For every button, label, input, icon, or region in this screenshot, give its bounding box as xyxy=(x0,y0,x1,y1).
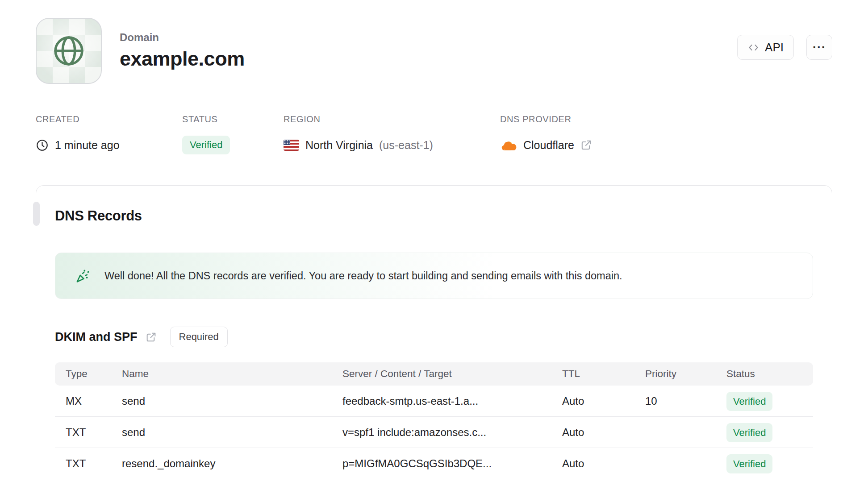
api-button-label: API xyxy=(765,41,784,54)
record-status-badge: Verified xyxy=(726,423,772,442)
success-banner: Well done! All the DNS records are verif… xyxy=(55,253,813,299)
cell-content: feedback-smtp.us-east-1.a... xyxy=(342,395,562,407)
dns-records-card: DNS Records Well done! All the DNS recor… xyxy=(36,185,832,498)
cell-type: TXT xyxy=(66,426,122,439)
region-label: REGION xyxy=(284,114,500,124)
cell-priority: 10 xyxy=(645,395,726,407)
external-link-icon[interactable] xyxy=(580,139,592,151)
clock-icon xyxy=(36,139,49,152)
cell-ttl: Auto xyxy=(562,426,645,439)
cell-name: resend._domainkey xyxy=(122,457,342,470)
cell-type: MX xyxy=(66,395,122,407)
dns-provider-value: Cloudflare xyxy=(523,139,574,152)
domain-header: Domain example.com API ··· xyxy=(0,0,868,84)
cell-status: Verified xyxy=(726,395,813,407)
region-code: (us-east-1) xyxy=(379,139,433,152)
dns-records-table: Type Name Server / Content / Target TTL … xyxy=(55,362,813,479)
created-value: 1 minute ago xyxy=(55,139,120,152)
col-header-ttl: TTL xyxy=(562,368,645,380)
table-row[interactable]: TXT send v=spf1 include:amazonses.c... A… xyxy=(55,417,813,448)
table-row[interactable]: TXT resend._domainkey p=MIGfMA0GCSqGSIb3… xyxy=(55,448,813,479)
cloudflare-icon xyxy=(500,139,517,151)
col-header-priority: Priority xyxy=(645,368,726,380)
record-status-badge: Verified xyxy=(726,454,772,473)
party-popper-icon xyxy=(75,268,91,284)
section-indicator xyxy=(33,202,40,226)
table-body: MX send feedback-smtp.us-east-1.a... Aut… xyxy=(55,386,813,479)
required-badge: Required xyxy=(170,327,228,347)
cell-ttl: Auto xyxy=(562,457,645,470)
more-options-button[interactable]: ··· xyxy=(806,35,832,60)
cell-name: send xyxy=(122,395,342,407)
domain-meta: CREATED 1 minute ago STATUS Verified REG… xyxy=(0,114,868,156)
record-status-badge: Verified xyxy=(726,392,772,411)
dns-provider-label: DNS PROVIDER xyxy=(500,114,832,124)
col-header-content: Server / Content / Target xyxy=(342,368,562,380)
col-header-status: Status xyxy=(726,368,813,380)
domain-avatar xyxy=(36,18,102,84)
globe-icon xyxy=(51,33,86,68)
ellipsis-icon: ··· xyxy=(813,41,826,54)
cell-name: send xyxy=(122,426,342,439)
us-flag-icon xyxy=(284,140,299,151)
col-header-type: Type xyxy=(66,368,122,380)
status-badge: Verified xyxy=(182,136,230,154)
region-name: North Virginia xyxy=(305,139,373,152)
table-row[interactable]: MX send feedback-smtp.us-east-1.a... Aut… xyxy=(55,386,813,417)
created-label: CREATED xyxy=(36,114,182,124)
dkim-spf-title: DKIM and SPF xyxy=(55,330,138,344)
table-header-row: Type Name Server / Content / Target TTL … xyxy=(55,362,813,386)
col-header-name: Name xyxy=(122,368,342,380)
page-title: example.com xyxy=(120,47,245,71)
cell-content: p=MIGfMA0GCSqGSIb3DQE... xyxy=(342,457,562,470)
cell-status: Verified xyxy=(726,457,813,470)
dns-records-title: DNS Records xyxy=(55,208,813,224)
page-eyebrow: Domain xyxy=(120,31,245,44)
cell-type: TXT xyxy=(66,457,122,470)
cell-ttl: Auto xyxy=(562,395,645,407)
external-link-icon[interactable] xyxy=(146,332,157,343)
code-icon xyxy=(747,42,760,54)
api-button[interactable]: API xyxy=(737,35,794,60)
cell-content: v=spf1 include:amazonses.c... xyxy=(342,426,562,439)
cell-status: Verified xyxy=(726,426,813,439)
success-banner-text: Well done! All the DNS records are verif… xyxy=(104,270,622,282)
status-label: STATUS xyxy=(182,114,284,124)
